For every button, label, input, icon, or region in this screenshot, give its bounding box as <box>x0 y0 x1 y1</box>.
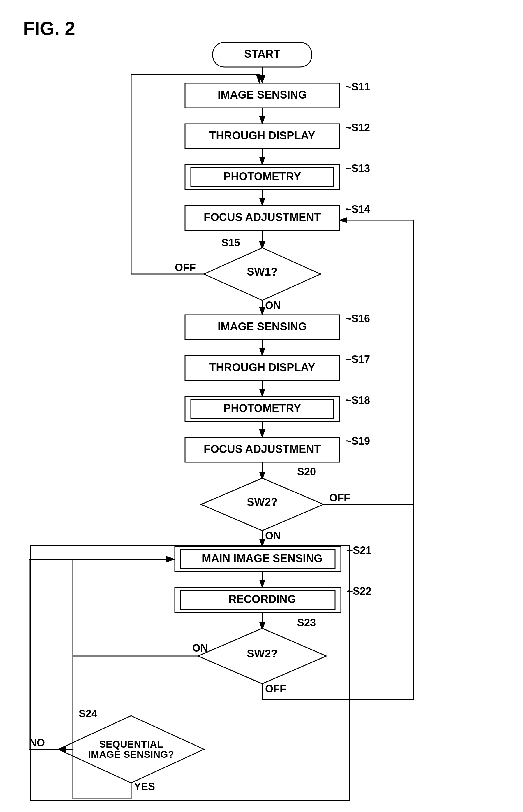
s17-label: THROUGH DISPLAY <box>209 361 315 373</box>
s11-step: ~S11 <box>345 81 370 93</box>
s21-step: ~S21 <box>347 544 372 556</box>
s18-step: ~S18 <box>345 394 370 406</box>
s23-step: S23 <box>297 617 316 629</box>
s22-step: ~S22 <box>347 585 372 597</box>
s13-step: ~S13 <box>345 162 370 174</box>
s15-off-label: OFF <box>175 262 196 273</box>
s20-off-label: OFF <box>329 492 350 504</box>
s24-yes-label: YES <box>134 780 155 793</box>
s19-label: FOCUS ADJUSTMENT <box>204 443 321 455</box>
lower-loop-border <box>31 545 350 800</box>
s14-label: FOCUS ADJUSTMENT <box>204 211 321 223</box>
start-label: START <box>244 48 280 60</box>
s19-step: ~S19 <box>345 435 370 447</box>
flowchart-container: FIG. 2 START IMAGE SENSING ~S11 THROUGH … <box>0 0 523 812</box>
s15-step: S15 <box>221 237 240 249</box>
s21-label: MAIN IMAGE SENSING <box>202 552 323 564</box>
s20-step: S20 <box>297 465 316 478</box>
s15-label: SW1? <box>247 266 278 278</box>
s16-step: ~S16 <box>345 313 370 324</box>
figure-label: FIG. 2 <box>23 18 75 39</box>
s14-step: ~S14 <box>345 203 370 215</box>
s15-on-label: ON <box>265 299 281 312</box>
s16-label: IMAGE SENSING <box>218 320 307 333</box>
s23-label: SW2? <box>247 648 278 660</box>
s24-label2: IMAGE SENSING? <box>88 749 174 760</box>
s24-label1: SEQUENTIAL <box>99 739 163 749</box>
s11-label: IMAGE SENSING <box>218 89 307 101</box>
s17-step: ~S17 <box>345 353 370 365</box>
s12-step: ~S12 <box>345 122 370 134</box>
s22-label: RECORDING <box>229 593 296 605</box>
s20-label: SW2? <box>247 496 278 508</box>
s23-on-label: ON <box>192 642 208 654</box>
s24-step: S24 <box>79 708 97 720</box>
s12-label: THROUGH DISPLAY <box>209 129 315 142</box>
s24-no-label: NO <box>29 737 45 749</box>
s20-on-label: ON <box>265 530 281 542</box>
s23-off-label: OFF <box>265 683 286 695</box>
s18-label: PHOTOMETRY <box>223 402 301 414</box>
s13-label: PHOTOMETRY <box>223 170 301 182</box>
